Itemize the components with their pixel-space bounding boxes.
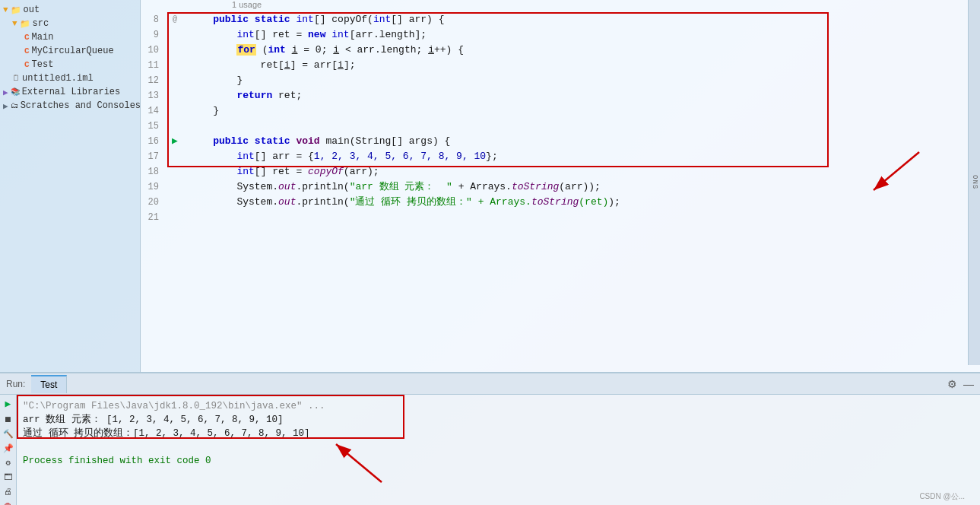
code-line-8: 8 @ public static int[] copyOf(int[] arr… — [141, 12, 980, 27]
line-num-10: 10 — [141, 43, 163, 58]
sidebar-item-myqueue[interactable]: C MyCircularQueue — [0, 44, 140, 58]
code-text-9: int[] ret = new int[arr.length]; — [186, 27, 980, 43]
line-num-13: 13 — [141, 88, 163, 103]
settings-icon[interactable]: ⚙ — [947, 378, 957, 390]
code-line-17: 17 int[] arr = {1, 2, 3, 4, 5, 6, 7, 8, … — [141, 149, 980, 164]
code-line-18: 18 int[] ret = copyOf(arr); — [141, 164, 980, 179]
pin-icon[interactable]: 📌 — [3, 443, 14, 453]
code-text-13: return ret; — [186, 88, 980, 103]
code-line-15: 15 — [141, 119, 980, 134]
output-line-3: 通过 循环 拷贝的数组：[1, 2, 3, 4, 5, 6, 7, 8, 9, … — [23, 427, 974, 440]
code-line-12: 12 } — [141, 73, 980, 88]
code-text-10: for (int i = 0; i < arr.length; i++) { — [186, 43, 980, 58]
run-panel-left-tools: ▶ ⏹ 🔨 📌 ⚙ 🗔 🖨 🗑 — [0, 395, 17, 505]
stop-icon[interactable]: ⏹ — [4, 414, 12, 424]
main-layout: ▼ 📁 out ▼ 📁 src C Main C MyCircularQueue — [0, 0, 980, 505]
line-num-8: 8 — [141, 12, 163, 27]
code-line-11: 11 ret[i] = arr[i]; — [141, 58, 980, 73]
output-line-blank — [23, 440, 974, 454]
sidebar-label-extlib: External Libraries — [22, 87, 121, 97]
run-label: Run: — [6, 379, 25, 389]
minimize-icon[interactable]: — — [963, 378, 974, 390]
line-num-18: 18 — [141, 164, 163, 179]
output-line-success: Process finished with exit code 0 — [23, 454, 974, 468]
editor-area: 1 usage 8 @ public static int[] copyOf(i… — [141, 0, 980, 372]
java-icon-test: C — [24, 60, 30, 69]
sidebar-label-queue: MyCircularQueue — [32, 46, 114, 56]
java-icon-queue: C — [24, 46, 30, 56]
code-text-18: int[] ret = copyOf(arr); — [186, 164, 980, 179]
code-line-13: 13 return ret; — [141, 88, 980, 103]
line-num-19: 19 — [141, 179, 163, 195]
lib-folder-icon: 📚 — [11, 87, 20, 97]
code-line-16: 16 ▶ public static void main(String[] ar… — [141, 134, 980, 149]
line-num-16: 16 — [141, 134, 163, 149]
right-vertical-label: ONS — [968, 0, 980, 365]
code-text-15 — [186, 119, 980, 134]
line-num-12: 12 — [141, 73, 163, 88]
scratch-folder-icon: 🗂 — [11, 101, 18, 110]
print-icon[interactable]: 🖨 — [4, 487, 12, 497]
folder-icon-src: ▼ — [12, 19, 17, 28]
code-line-21: 21 — [141, 210, 980, 225]
code-text-12: } — [186, 73, 980, 88]
play-icon[interactable]: ▶ — [5, 398, 11, 410]
code-text-20: System.out.println("通过 循环 拷贝的数组：" + Arra… — [186, 195, 980, 210]
gutter-16: ▶ — [163, 134, 186, 149]
run-panel-header: Run: Test ⚙ — — [0, 373, 980, 395]
run-panel-body: ▶ ⏹ 🔨 📌 ⚙ 🗔 🖨 🗑 "C:\Program Files\Java\j… — [0, 395, 980, 505]
line-num-21: 21 — [141, 210, 163, 225]
layout-icon[interactable]: 🗔 — [4, 472, 12, 482]
line-num-9: 9 — [141, 27, 163, 43]
code-text-19: System.out.println("arr 数组 元素： " + Array… — [186, 179, 980, 195]
line-num-20: 20 — [141, 195, 163, 210]
sidebar-label-src: src — [33, 18, 49, 29]
sidebar-item-iml[interactable]: 🗒 untitled1.iml — [0, 71, 140, 85]
iml-icon: 🗒 — [12, 74, 20, 83]
sidebar-label-test: Test — [32, 59, 54, 70]
code-text-11: ret[i] = arr[i]; — [186, 58, 980, 73]
run-output: "C:\Program Files\Java\jdk1.8.0_192\bin\… — [17, 395, 980, 505]
sidebar-label-scratches: Scratches and Consoles — [21, 100, 141, 111]
sidebar-item-scratches[interactable]: ▶ 🗂 Scratches and Consoles — [0, 99, 140, 113]
sidebar-item-out[interactable]: ▼ 📁 out — [0, 3, 140, 17]
settings2-icon[interactable]: ⚙ — [5, 458, 11, 468]
sidebar-item-main[interactable]: C Main — [0, 30, 140, 44]
sidebar-label-iml: untitled1.iml — [22, 73, 94, 84]
run-arrow-icon[interactable]: ▶ — [172, 134, 178, 149]
run-tab-test[interactable]: Test — [31, 375, 67, 393]
delete-icon[interactable]: 🗑 — [4, 501, 12, 505]
output-line-1: "C:\Program Files\Java\jdk1.8.0_192\bin\… — [23, 399, 974, 413]
code-line-9: 9 int[] ret = new int[arr.length]; — [141, 27, 980, 43]
line-num-11: 11 — [141, 58, 163, 73]
code-line-10: 10 for (int i = 0; i < arr.length; i++) … — [141, 43, 980, 58]
watermark: CSDN @公... — [919, 491, 965, 502]
code-text-17: int[] arr = {1, 2, 3, 4, 5, 6, 7, 8, 9, … — [186, 149, 980, 164]
code-line-14: 14 } — [141, 103, 980, 119]
sidebar-item-test[interactable]: C Test — [0, 58, 140, 71]
sidebar: ▼ 📁 out ▼ 📁 src C Main C MyCircularQueue — [0, 0, 141, 372]
sidebar-item-extlib[interactable]: ▶ 📚 External Libraries — [0, 85, 140, 99]
gutter-8: @ — [163, 12, 186, 27]
code-editor[interactable]: 8 @ public static int[] copyOf(int[] arr… — [141, 12, 980, 225]
sidebar-label-main: Main — [32, 32, 54, 43]
folder-icon: ▼ — [3, 5, 8, 14]
build-icon[interactable]: 🔨 — [3, 429, 14, 439]
code-text-21 — [186, 210, 980, 225]
run-panel: Run: Test ⚙ — ▶ ⏹ 🔨 📌 ⚙ 🗔 🖨 🗑 — [0, 372, 980, 505]
output-line-2: arr 数组 元素： [1, 2, 3, 4, 5, 6, 7, 8, 9, 1… — [23, 413, 974, 427]
scratch-icon: ▶ — [3, 101, 8, 111]
lib-icon: ▶ — [3, 87, 8, 97]
code-text-14: } — [186, 103, 980, 119]
code-line-20: 20 System.out.println("通过 循环 拷贝的数组：" + A… — [141, 195, 980, 210]
sidebar-label-out: out — [24, 5, 40, 15]
code-text-16: public static void main(String[] args) { — [186, 134, 980, 149]
line-num-14: 14 — [141, 103, 163, 119]
run-panel-tools: ⚙ — — [947, 378, 974, 390]
sidebar-item-src[interactable]: ▼ 📁 src — [0, 17, 140, 30]
line-num-15: 15 — [141, 119, 163, 134]
top-area: ▼ 📁 out ▼ 📁 src C Main C MyCircularQueue — [0, 0, 980, 372]
code-text-8: public static int[] copyOf(int[] arr) { — [186, 12, 980, 27]
java-icon-main: C — [24, 33, 30, 42]
line-num-17: 17 — [141, 149, 163, 164]
